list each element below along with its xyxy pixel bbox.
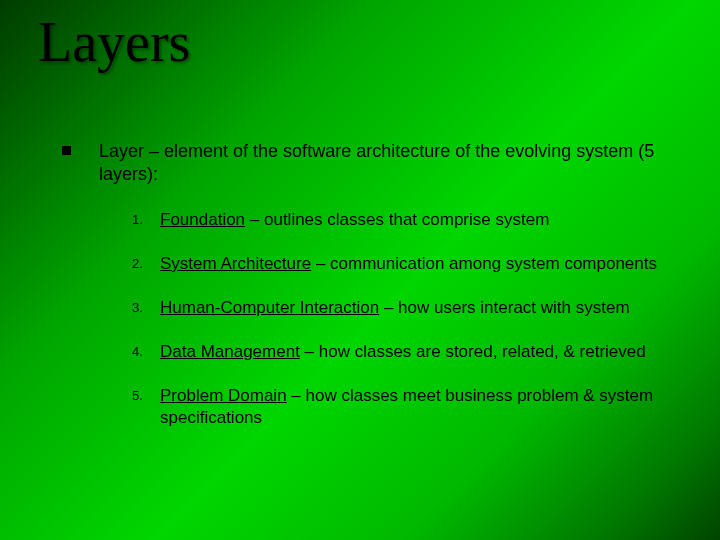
list-term: System Architecture (160, 254, 311, 273)
list-term: Problem Domain (160, 386, 287, 405)
list-term: Foundation (160, 210, 245, 229)
intro-bullet: Layer – element of the software architec… (62, 140, 690, 187)
list-text: Foundation – outlines classes that compr… (160, 209, 549, 231)
list-item: 3. Human-Computer Interaction – how user… (132, 297, 690, 319)
list-number: 1. (132, 209, 160, 227)
list-text: Human-Computer Interaction – how users i… (160, 297, 630, 319)
square-bullet-icon (62, 146, 71, 155)
list-rest: – how classes are stored, related, & ret… (300, 342, 646, 361)
intro-text: Layer – element of the software architec… (99, 140, 690, 187)
list-term: Human-Computer Interaction (160, 298, 379, 317)
list-rest: – how users interact with system (379, 298, 629, 317)
list-number: 2. (132, 253, 160, 271)
list-number: 3. (132, 297, 160, 315)
list-item: 2. System Architecture – communication a… (132, 253, 690, 275)
slide: Layers Layer – element of the software a… (0, 0, 720, 540)
slide-body: Layer – element of the software architec… (62, 140, 690, 451)
slide-title: Layers (38, 10, 190, 74)
list-item: 1. Foundation – outlines classes that co… (132, 209, 690, 231)
list-number: 5. (132, 385, 160, 403)
list-text: Problem Domain – how classes meet busine… (160, 385, 690, 429)
list-term: Data Management (160, 342, 300, 361)
list-text: System Architecture – communication amon… (160, 253, 657, 275)
list-number: 4. (132, 341, 160, 359)
list-rest: – communication among system components (311, 254, 657, 273)
list-text: Data Management – how classes are stored… (160, 341, 646, 363)
numbered-list: 1. Foundation – outlines classes that co… (132, 209, 690, 430)
list-item: 5. Problem Domain – how classes meet bus… (132, 385, 690, 429)
list-rest: – outlines classes that comprise system (245, 210, 549, 229)
list-item: 4. Data Management – how classes are sto… (132, 341, 690, 363)
